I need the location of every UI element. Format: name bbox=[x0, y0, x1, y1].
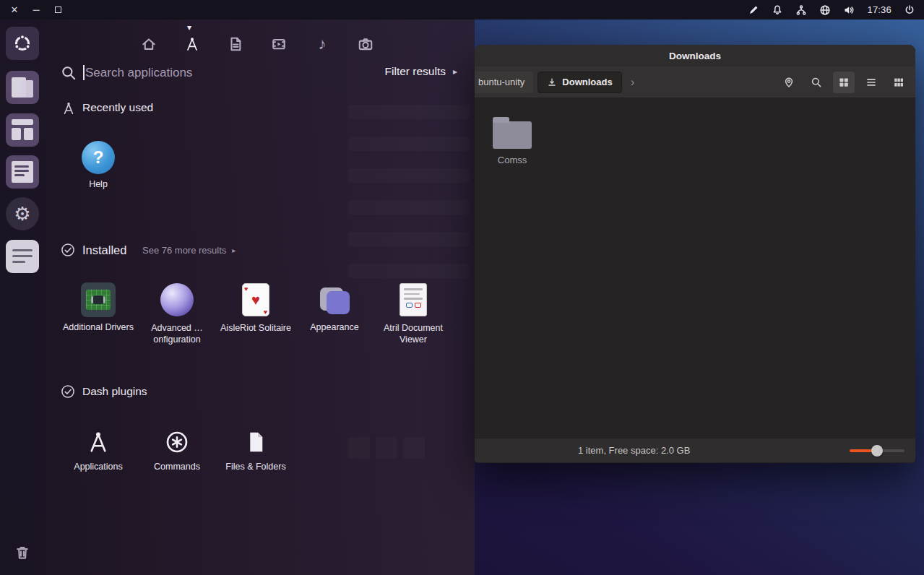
bell-icon[interactable] bbox=[772, 4, 783, 16]
pen-icon[interactable] bbox=[748, 4, 759, 16]
see-more-label: See 76 more results bbox=[142, 245, 226, 256]
toolbar: buntu-unity Downloads › bbox=[475, 66, 915, 98]
desktop: ✕ ─ 17:36 bbox=[0, 0, 924, 575]
document-viewer-icon bbox=[396, 283, 431, 318]
pathbar-prev-segment[interactable]: buntu-unity bbox=[475, 72, 533, 93]
branch-icon[interactable] bbox=[795, 4, 807, 16]
app-result-additional-drivers[interactable]: Additional Drivers bbox=[61, 282, 136, 333]
maximize-box bbox=[55, 7, 61, 13]
plugin-files-folders[interactable]: Files & Folders bbox=[218, 428, 293, 472]
section-title-plugins: Dash plugins bbox=[82, 385, 147, 398]
folder-item[interactable]: Comss bbox=[480, 114, 544, 165]
compact-view-icon bbox=[893, 77, 904, 88]
network-sphere-icon bbox=[160, 283, 194, 318]
lens-files[interactable] bbox=[226, 35, 245, 53]
minimize-icon[interactable]: ─ bbox=[30, 4, 42, 15]
plugins-check-icon bbox=[61, 384, 75, 399]
applications-plugin-icon bbox=[84, 428, 113, 457]
app-result-atril[interactable]: Atril Document Viewer bbox=[376, 282, 451, 345]
expand-arrow-icon: ▸ bbox=[453, 66, 457, 77]
search-button[interactable] bbox=[806, 72, 827, 93]
ghost-row bbox=[348, 137, 470, 151]
globe-icon[interactable] bbox=[819, 4, 831, 16]
launcher-item-active-app[interactable] bbox=[6, 240, 39, 273]
camera-icon bbox=[358, 36, 374, 52]
folder-icon bbox=[493, 121, 532, 149]
launcher-item-editor[interactable] bbox=[6, 155, 39, 189]
path-expand-button[interactable]: › bbox=[623, 72, 642, 93]
app-label: Advanced …onfiguration bbox=[139, 322, 215, 345]
lens-music[interactable]: ♪ bbox=[313, 35, 332, 53]
appearance-icon bbox=[317, 282, 352, 317]
document-icon bbox=[228, 36, 243, 52]
plugin-label: Applications bbox=[61, 461, 136, 472]
plugin-commands[interactable]: Commands bbox=[139, 428, 215, 472]
help-icon: ? bbox=[82, 141, 115, 174]
app-result-aisleriot[interactable]: ♥ ♥ ♥ AisleRiot Solitaire bbox=[218, 282, 293, 334]
list-view-icon bbox=[865, 77, 877, 88]
question-glyph: ? bbox=[93, 147, 104, 168]
glasses-icon bbox=[404, 303, 423, 308]
lens-video[interactable] bbox=[269, 35, 288, 53]
clock[interactable]: 17:36 bbox=[867, 4, 891, 15]
dash-overlay: ▾ ♪ bbox=[45, 20, 475, 575]
plugin-label: Commands bbox=[139, 461, 215, 472]
dash-home-button[interactable] bbox=[6, 27, 39, 60]
search-input[interactable] bbox=[85, 63, 302, 83]
launcher-item-files[interactable] bbox=[6, 71, 39, 104]
ghost-row bbox=[348, 232, 470, 246]
status-text: 1 item, Free space: 2.0 GB bbox=[578, 445, 690, 456]
lens-applications[interactable] bbox=[183, 35, 202, 53]
ghost-row bbox=[348, 200, 470, 215]
location-button[interactable] bbox=[778, 72, 800, 93]
app-result-help[interactable]: ? Help bbox=[61, 141, 136, 190]
applications-lens-icon bbox=[184, 36, 200, 52]
close-icon[interactable]: ✕ bbox=[9, 4, 20, 15]
home-icon bbox=[141, 36, 157, 52]
pathbar-current-button[interactable]: Downloads bbox=[537, 72, 621, 93]
zoom-slider[interactable] bbox=[850, 449, 904, 452]
front-square bbox=[327, 291, 350, 314]
window-titlebar[interactable]: Downloads bbox=[475, 45, 915, 66]
app-label: AisleRiot Solitaire bbox=[218, 322, 293, 334]
lens-photos[interactable] bbox=[356, 35, 375, 53]
heart-glyph: ♥ bbox=[251, 292, 260, 308]
see-more-results-link[interactable]: See 76 more results ▸ bbox=[142, 245, 236, 256]
launcher-item-trash[interactable] bbox=[6, 536, 39, 569]
recently-used-icon bbox=[61, 101, 76, 116]
ghost-row bbox=[348, 168, 470, 183]
commands-plugin-icon bbox=[163, 428, 191, 457]
text-caret bbox=[83, 65, 85, 80]
unity-launcher: ⚙ bbox=[0, 20, 45, 575]
app-result-advanced-network[interactable]: Advanced …onfiguration bbox=[139, 282, 215, 345]
file-list-area[interactable]: Comss bbox=[475, 98, 915, 438]
plugin-applications[interactable]: Applications bbox=[61, 428, 136, 472]
list-view-button[interactable] bbox=[860, 72, 882, 93]
icon-view-button[interactable] bbox=[833, 72, 855, 93]
ghost-tile bbox=[348, 437, 370, 459]
music-note-icon: ♪ bbox=[319, 36, 327, 52]
filter-results-button[interactable]: Filter results ▸ bbox=[385, 65, 457, 78]
trash-icon bbox=[14, 544, 31, 561]
volume-icon[interactable] bbox=[843, 4, 855, 16]
top-panel: ✕ ─ 17:36 bbox=[0, 0, 924, 20]
files-folders-plugin-icon bbox=[241, 428, 270, 457]
small-heart-glyph: ♥ bbox=[244, 285, 248, 293]
app-label: Help bbox=[61, 178, 136, 190]
launcher-item-settings[interactable]: ⚙ bbox=[6, 197, 39, 230]
video-icon bbox=[271, 36, 287, 52]
compact-view-button[interactable] bbox=[888, 72, 910, 93]
pathbar-current-label: Downloads bbox=[562, 77, 612, 87]
maximize-icon[interactable] bbox=[52, 4, 64, 15]
power-icon[interactable] bbox=[904, 4, 915, 16]
app-label: Additional Drivers bbox=[61, 321, 136, 333]
app-label: Appearance bbox=[297, 321, 372, 333]
launcher-item-software[interactable] bbox=[6, 113, 39, 147]
zoom-slider-handle[interactable] bbox=[871, 445, 883, 457]
ghost-tile bbox=[376, 437, 397, 459]
filter-results-label: Filter results bbox=[385, 65, 446, 78]
lens-home[interactable] bbox=[139, 35, 158, 53]
app-result-appearance[interactable]: Appearance bbox=[297, 282, 372, 333]
file-manager-window: Downloads buntu-unity Downloads › bbox=[475, 45, 915, 463]
additional-drivers-icon bbox=[81, 282, 116, 317]
